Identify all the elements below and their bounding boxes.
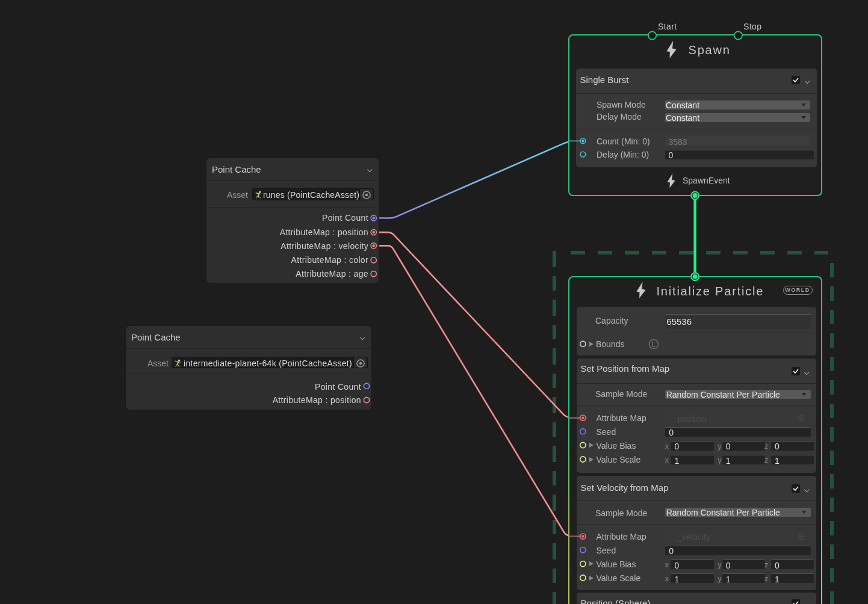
svg-text:L: L: [653, 341, 656, 348]
